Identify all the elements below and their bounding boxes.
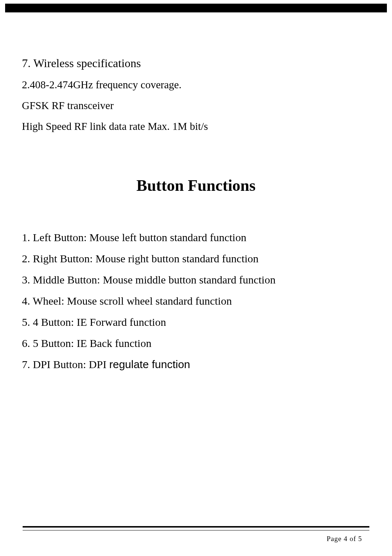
- function-line: 3. Middle Button: Mouse middle button st…: [22, 274, 370, 286]
- page-number: Page 4 of 5: [327, 535, 362, 543]
- section-heading: 7. Wireless specifications: [22, 57, 370, 70]
- main-title: Button Functions: [22, 176, 370, 195]
- footer-rule-thick: [23, 526, 369, 528]
- footer-rule-thin: [23, 530, 369, 530]
- function-line: 7. DPI Button: DPI regulate function: [22, 358, 370, 371]
- function-line: 6. 5 Button: IE Back function: [22, 337, 370, 350]
- function-suffix: regulate function: [109, 358, 190, 370]
- function-line: 2. Right Button: Mouse right button stan…: [22, 252, 370, 265]
- function-line: 1. Left Button: Mouse left button standa…: [22, 231, 370, 244]
- page-content: 7. Wireless specifications 2.408-2.474GH…: [22, 57, 370, 379]
- function-prefix: 7. DPI Button: DPI: [22, 358, 109, 370]
- spec-line: GFSK RF transceiver: [22, 100, 370, 112]
- function-line: 5. 4 Button: IE Forward function: [22, 316, 370, 328]
- top-bar: [5, 4, 387, 12]
- spec-line: High Speed RF link data rate Max. 1M bit…: [22, 120, 370, 132]
- function-line: 4. Wheel: Mouse scroll wheel standard fu…: [22, 295, 370, 307]
- spec-line: 2.408-2.474GHz frequency coverage.: [22, 79, 370, 91]
